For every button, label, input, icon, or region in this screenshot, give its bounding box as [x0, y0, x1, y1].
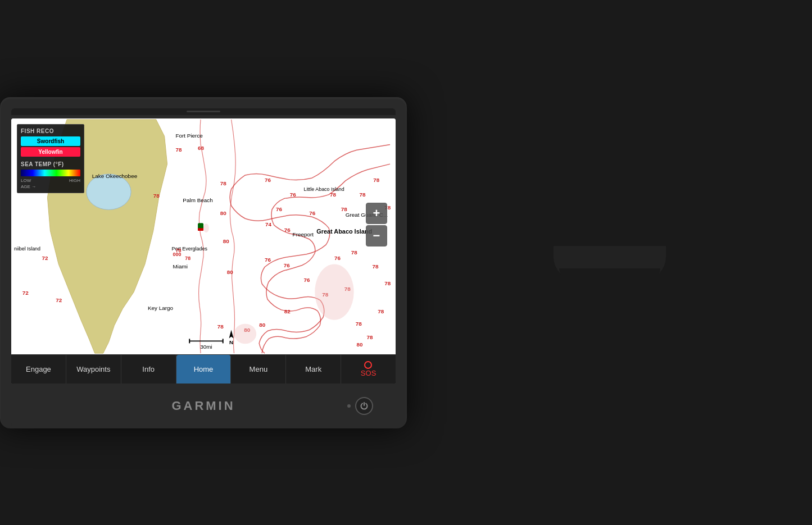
- device-frame: 30mi N Fort Pierce Lake Okeechobee Palm …: [0, 97, 407, 428]
- led-dot: [347, 404, 351, 408]
- power-button[interactable]: [355, 397, 373, 415]
- device-stand: [554, 246, 666, 280]
- engage-label: Engage: [26, 365, 51, 373]
- age-label: AGE →: [21, 184, 80, 189]
- waypoints-label: Waypoints: [76, 365, 110, 373]
- home-button[interactable]: Home: [176, 355, 232, 384]
- top-bar-indicator: [187, 111, 220, 112]
- garmin-logo: GARMIN: [171, 399, 235, 413]
- menu-button[interactable]: Menu: [231, 355, 286, 384]
- mark-label: Mark: [305, 365, 321, 373]
- device-top-bar: [11, 108, 396, 115]
- high-label: HIGH: [69, 178, 80, 183]
- menu-label: Menu: [250, 365, 268, 373]
- device-bottom: GARMIN: [11, 384, 396, 428]
- zoom-controls: + −: [366, 203, 387, 246]
- engage-button[interactable]: Engage: [11, 355, 66, 384]
- sea-temp-legend: SEA TEMP (°F) LOW HIGH AGE →: [21, 161, 80, 189]
- low-label: LOW: [21, 178, 31, 183]
- sea-temp-title: SEA TEMP (°F): [21, 161, 80, 167]
- info-label: Info: [142, 365, 155, 373]
- sos-icon: [364, 360, 373, 369]
- waypoints-button[interactable]: Waypoints: [66, 355, 121, 384]
- svg-point-66: [365, 362, 371, 368]
- screen-container: 30mi N Fort Pierce Lake Okeechobee Palm …: [11, 118, 396, 384]
- map-screen[interactable]: 30mi N Fort Pierce Lake Okeechobee Palm …: [11, 118, 396, 354]
- home-label: Home: [194, 365, 214, 373]
- zoom-in-button[interactable]: +: [366, 203, 387, 224]
- yellowfin-legend-item: Yellowfin: [21, 147, 80, 157]
- zoom-out-button[interactable]: −: [366, 225, 387, 246]
- sos-label: SOS: [361, 369, 376, 377]
- swordfish-legend-item: Swordfish: [21, 136, 80, 146]
- temp-gradient: [21, 170, 80, 176]
- legend-panel: FISH RECO Swordfish Yellowfin SEA TEMP (…: [17, 124, 84, 193]
- sos-button[interactable]: SOS: [341, 355, 396, 384]
- toolbar: Engage Waypoints Info Home Menu Mark: [11, 354, 396, 384]
- gradient-labels: LOW HIGH: [21, 178, 80, 183]
- fish-reco-title: FISH RECO: [21, 128, 80, 134]
- info-button[interactable]: Info: [121, 355, 176, 384]
- mark-button[interactable]: Mark: [286, 355, 341, 384]
